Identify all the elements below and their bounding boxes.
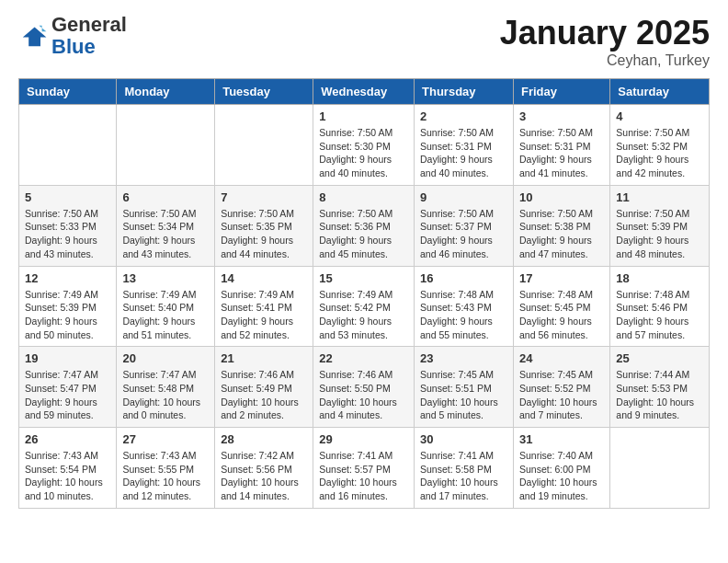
- day-info: Sunrise: 7:50 AM Sunset: 5:32 PM Dayligh…: [616, 126, 703, 180]
- day-info: Sunrise: 7:47 AM Sunset: 5:47 PM Dayligh…: [25, 368, 110, 422]
- day-number: 27: [122, 432, 209, 446]
- day-info: Sunrise: 7:41 AM Sunset: 5:57 PM Dayligh…: [319, 449, 408, 503]
- day-number: 6: [122, 190, 209, 204]
- day-number: 8: [319, 190, 408, 204]
- calendar-cell: 20Sunrise: 7:47 AM Sunset: 5:48 PM Dayli…: [117, 347, 215, 428]
- day-number: 13: [122, 271, 209, 285]
- day-info: Sunrise: 7:50 AM Sunset: 5:38 PM Dayligh…: [519, 207, 604, 261]
- day-number: 10: [519, 190, 604, 204]
- day-info: Sunrise: 7:50 AM Sunset: 5:37 PM Dayligh…: [420, 207, 507, 261]
- day-info: Sunrise: 7:50 AM Sunset: 5:33 PM Dayligh…: [25, 207, 110, 261]
- day-info: Sunrise: 7:49 AM Sunset: 5:42 PM Dayligh…: [319, 288, 408, 342]
- calendar-cell: 30Sunrise: 7:41 AM Sunset: 5:58 PM Dayli…: [415, 428, 514, 509]
- day-info: Sunrise: 7:47 AM Sunset: 5:48 PM Dayligh…: [122, 368, 209, 422]
- day-info: Sunrise: 7:48 AM Sunset: 5:45 PM Dayligh…: [519, 288, 604, 342]
- header: General Blue January 2025 Ceyhan, Turkey: [18, 14, 710, 69]
- month-title: January 2025: [500, 14, 710, 52]
- day-info: Sunrise: 7:50 AM Sunset: 5:35 PM Dayligh…: [221, 207, 307, 261]
- calendar-cell: 17Sunrise: 7:48 AM Sunset: 5:45 PM Dayli…: [513, 266, 609, 347]
- day-info: Sunrise: 7:49 AM Sunset: 5:40 PM Dayligh…: [122, 288, 209, 342]
- calendar-cell: 22Sunrise: 7:46 AM Sunset: 5:50 PM Dayli…: [313, 347, 415, 428]
- calendar-cell: 26Sunrise: 7:43 AM Sunset: 5:54 PM Dayli…: [19, 428, 117, 509]
- day-number: 12: [25, 271, 110, 285]
- calendar-week-row: 5Sunrise: 7:50 AM Sunset: 5:33 PM Daylig…: [19, 185, 710, 266]
- calendar-cell: 8Sunrise: 7:50 AM Sunset: 5:36 PM Daylig…: [313, 185, 415, 266]
- day-number: 30: [420, 432, 507, 446]
- calendar-cell: 27Sunrise: 7:43 AM Sunset: 5:55 PM Dayli…: [117, 428, 215, 509]
- calendar-cell: 24Sunrise: 7:45 AM Sunset: 5:52 PM Dayli…: [513, 347, 609, 428]
- day-info: Sunrise: 7:50 AM Sunset: 5:36 PM Dayligh…: [319, 207, 408, 261]
- calendar-cell: 5Sunrise: 7:50 AM Sunset: 5:33 PM Daylig…: [19, 185, 117, 266]
- day-number: 18: [616, 271, 703, 285]
- day-info: Sunrise: 7:45 AM Sunset: 5:51 PM Dayligh…: [420, 368, 507, 422]
- calendar-week-row: 26Sunrise: 7:43 AM Sunset: 5:54 PM Dayli…: [19, 428, 710, 509]
- day-info: Sunrise: 7:50 AM Sunset: 5:31 PM Dayligh…: [420, 126, 507, 180]
- day-info: Sunrise: 7:43 AM Sunset: 5:55 PM Dayligh…: [122, 449, 209, 503]
- day-number: 4: [616, 109, 703, 123]
- calendar-cell: 9Sunrise: 7:50 AM Sunset: 5:37 PM Daylig…: [415, 185, 514, 266]
- day-number: 11: [616, 190, 703, 204]
- calendar-day-header: Monday: [117, 79, 215, 105]
- day-info: Sunrise: 7:48 AM Sunset: 5:43 PM Dayligh…: [420, 288, 507, 342]
- calendar-cell: 16Sunrise: 7:48 AM Sunset: 5:43 PM Dayli…: [415, 266, 514, 347]
- calendar-cell: 2Sunrise: 7:50 AM Sunset: 5:31 PM Daylig…: [415, 105, 514, 186]
- calendar-cell: 3Sunrise: 7:50 AM Sunset: 5:31 PM Daylig…: [513, 105, 609, 186]
- calendar-cell: 12Sunrise: 7:49 AM Sunset: 5:39 PM Dayli…: [19, 266, 117, 347]
- calendar-cell: 25Sunrise: 7:44 AM Sunset: 5:53 PM Dayli…: [610, 347, 710, 428]
- day-info: Sunrise: 7:40 AM Sunset: 6:00 PM Dayligh…: [519, 449, 604, 503]
- logo: General Blue: [18, 14, 127, 58]
- calendar: SundayMondayTuesdayWednesdayThursdayFrid…: [18, 78, 710, 509]
- day-number: 25: [616, 351, 703, 365]
- calendar-cell: 1Sunrise: 7:50 AM Sunset: 5:30 PM Daylig…: [313, 105, 415, 186]
- day-number: 28: [221, 432, 307, 446]
- calendar-cell: 6Sunrise: 7:50 AM Sunset: 5:34 PM Daylig…: [117, 185, 215, 266]
- day-info: Sunrise: 7:43 AM Sunset: 5:54 PM Dayligh…: [25, 449, 110, 503]
- day-number: 22: [319, 351, 408, 365]
- day-info: Sunrise: 7:50 AM Sunset: 5:31 PM Dayligh…: [519, 126, 604, 180]
- day-number: 9: [420, 190, 507, 204]
- day-number: 17: [519, 271, 604, 285]
- calendar-day-header: Sunday: [19, 79, 117, 105]
- calendar-day-header: Wednesday: [313, 79, 415, 105]
- day-number: 26: [25, 432, 110, 446]
- calendar-header-row: SundayMondayTuesdayWednesdayThursdayFrid…: [19, 79, 710, 105]
- day-info: Sunrise: 7:46 AM Sunset: 5:50 PM Dayligh…: [319, 368, 408, 422]
- calendar-cell: 15Sunrise: 7:49 AM Sunset: 5:42 PM Dayli…: [313, 266, 415, 347]
- day-info: Sunrise: 7:41 AM Sunset: 5:58 PM Dayligh…: [420, 449, 507, 503]
- calendar-cell: 11Sunrise: 7:50 AM Sunset: 5:39 PM Dayli…: [610, 185, 710, 266]
- calendar-cell: [215, 105, 313, 186]
- day-number: 21: [221, 351, 307, 365]
- day-info: Sunrise: 7:48 AM Sunset: 5:46 PM Dayligh…: [616, 288, 703, 342]
- day-number: 3: [519, 109, 604, 123]
- day-number: 16: [420, 271, 507, 285]
- day-info: Sunrise: 7:46 AM Sunset: 5:49 PM Dayligh…: [221, 368, 307, 422]
- logo-icon: [18, 21, 48, 51]
- calendar-cell: 28Sunrise: 7:42 AM Sunset: 5:56 PM Dayli…: [215, 428, 313, 509]
- calendar-week-row: 1Sunrise: 7:50 AM Sunset: 5:30 PM Daylig…: [19, 105, 710, 186]
- day-number: 19: [25, 351, 110, 365]
- calendar-day-header: Tuesday: [215, 79, 313, 105]
- day-number: 14: [221, 271, 307, 285]
- calendar-cell: 21Sunrise: 7:46 AM Sunset: 5:49 PM Dayli…: [215, 347, 313, 428]
- calendar-cell: 19Sunrise: 7:47 AM Sunset: 5:47 PM Dayli…: [19, 347, 117, 428]
- day-info: Sunrise: 7:50 AM Sunset: 5:39 PM Dayligh…: [616, 207, 703, 261]
- calendar-cell: [117, 105, 215, 186]
- day-number: 1: [319, 109, 408, 123]
- calendar-day-header: Saturday: [610, 79, 710, 105]
- day-info: Sunrise: 7:50 AM Sunset: 5:30 PM Dayligh…: [319, 126, 408, 180]
- day-number: 31: [519, 432, 604, 446]
- page: General Blue January 2025 Ceyhan, Turkey…: [0, 0, 728, 523]
- day-info: Sunrise: 7:49 AM Sunset: 5:39 PM Dayligh…: [25, 288, 110, 342]
- calendar-cell: 23Sunrise: 7:45 AM Sunset: 5:51 PM Dayli…: [415, 347, 514, 428]
- calendar-cell: [19, 105, 117, 186]
- calendar-day-header: Thursday: [415, 79, 514, 105]
- day-number: 15: [319, 271, 408, 285]
- day-number: 5: [25, 190, 110, 204]
- logo-general: General: [51, 13, 127, 36]
- calendar-cell: 14Sunrise: 7:49 AM Sunset: 5:41 PM Dayli…: [215, 266, 313, 347]
- day-number: 2: [420, 109, 507, 123]
- calendar-cell: [610, 428, 710, 509]
- calendar-cell: 13Sunrise: 7:49 AM Sunset: 5:40 PM Dayli…: [117, 266, 215, 347]
- calendar-cell: 10Sunrise: 7:50 AM Sunset: 5:38 PM Dayli…: [513, 185, 609, 266]
- logo-blue: Blue: [51, 35, 96, 58]
